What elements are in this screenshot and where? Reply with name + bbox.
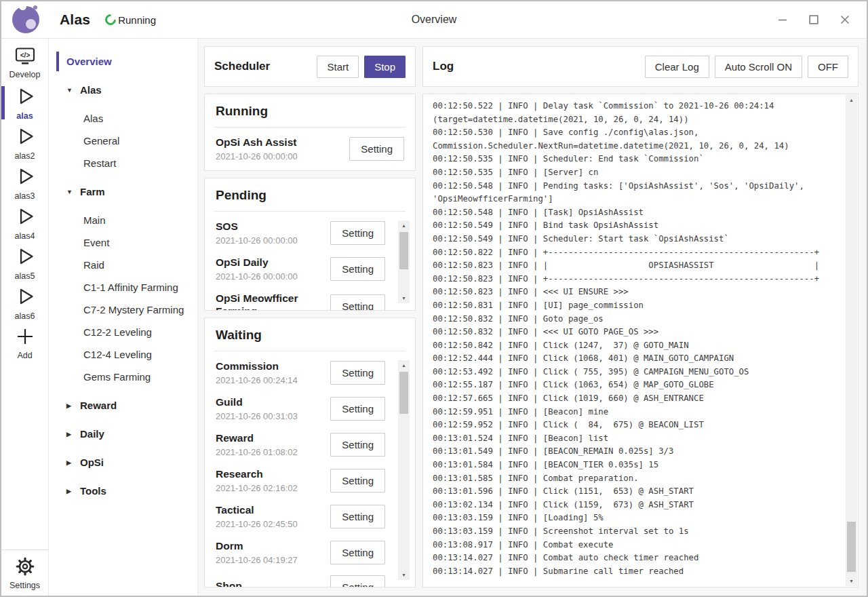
task-next-run-time: 2021-10-26 00:24:14 [216,375,298,385]
nav-group-label: Daily [80,428,104,440]
sidebar-item-alas6[interactable]: alas6 [1,283,48,323]
sidebar-item-settings[interactable]: Settings [1,550,48,596]
nav-item-c12-4-leveling[interactable]: C12-4 Leveling [83,344,197,365]
task-setting-button[interactable]: Setting [330,433,385,457]
scrollbar-thumb[interactable] [399,232,408,269]
gear-icon [15,556,35,579]
play-icon [14,85,36,110]
caret-icon: ▼ [66,189,73,195]
task-info: Dorm 2021-10-26 04:19:27 [216,539,298,565]
task-setting-button[interactable]: Setting [330,469,385,493]
scroll-down-icon[interactable]: ▼ [846,576,857,586]
nav-group-label: Tools [80,485,106,497]
stop-button[interactable]: Stop [364,56,406,78]
task-setting-button[interactable]: Setting [330,541,385,564]
sidebar-item-alas4[interactable]: alas4 [1,203,48,243]
nav-item-c12-2-leveling[interactable]: C12-2 Leveling [83,322,197,343]
sidebar-item-label: alas [16,111,33,121]
task-setting-button[interactable]: Setting [330,294,385,311]
nav-menu: Overview ▼ Alas Alas General Restart ▼ F… [49,39,198,596]
caret-icon: ▼ [66,87,73,94]
settings-label: Settings [9,581,40,590]
scrollbar-thumb[interactable] [847,522,856,572]
waiting-card: Waiting Commission 2021-10-26 00:24:14 S… [204,317,416,588]
close-icon[interactable] [840,14,850,25]
window-controls [777,14,856,25]
task-next-run-time: 2021-10-26 02:16:02 [216,483,298,493]
start-button[interactable]: Start [317,56,359,78]
nav-item-alas[interactable]: Alas [83,108,197,129]
task-next-run-time: 2021-10-26 00:00:00 [216,151,298,161]
nav-group-farm[interactable]: ▼ Farm [66,181,197,202]
sidebar-item-label: alas4 [15,231,35,241]
sidebar-item-alas3[interactable]: alas3 [1,163,48,203]
task-setting-button[interactable]: Setting [330,221,385,245]
scrollbar-thumb[interactable] [399,372,408,414]
nav-item-general[interactable]: General [83,130,197,151]
task-setting-button[interactable]: Setting [330,397,385,421]
task-next-run-time: 2021-10-26 00:00:00 [216,235,298,246]
task-setting-button[interactable]: Setting [330,257,385,281]
task-row: Guild 2021-10-26 00:31:03 Setting [214,390,387,426]
caret-icon: ▶ [66,459,73,466]
task-setting-button[interactable]: Setting [330,361,385,385]
scroll-up-icon[interactable]: ▲ [846,95,857,105]
scroll-down-icon[interactable]: ▼ [398,570,410,580]
sidebar-item-add[interactable]: Add [1,323,48,363]
maximize-icon[interactable] [808,14,819,25]
sidebar-item-develop[interactable]: </> Develop [1,43,48,83]
alas-logo-icon [12,6,39,33]
nav-item-gems-farming[interactable]: Gems Farming [83,366,197,387]
clear-log-button[interactable]: Clear Log [645,56,709,78]
main-area: </> Develop alas alas2 alas3 [1,39,867,596]
sidebar-item-label: Add [17,351,32,360]
nav-item-raid[interactable]: Raid [83,254,197,275]
nav-item-restart[interactable]: Restart [83,153,197,174]
nav-item-c7-2-mystery-farming[interactable]: C7-2 Mystery Farming [83,299,197,320]
pending-task-list: SOS 2021-10-26 00:00:00 Setting OpSi Dai… [214,212,406,311]
play-icon [14,206,36,230]
task-setting-button[interactable]: Setting [330,575,385,588]
task-name: OpSi Meowfficer Farming [216,292,330,311]
log-scrollbar[interactable]: ▲ ▼ [846,95,857,586]
auto-scroll-on-button[interactable]: Auto Scroll ON [715,56,802,78]
pending-scrollbar[interactable]: ▲ ▼ [398,220,410,303]
nav-group-label: Reward [80,400,117,411]
waiting-scrollbar[interactable]: ▲ ▼ [398,360,410,580]
waiting-title: Waiting [214,326,406,351]
scroll-up-icon[interactable]: ▲ [398,360,410,370]
task-setting-button[interactable]: Setting [349,137,404,161]
nav-group-tools[interactable]: ▶ Tools [66,480,197,501]
nav-group-reward[interactable]: ▶ Reward [66,395,197,416]
log-output[interactable]: 00:12:50.522 | INFO | Delay task `Commis… [433,100,840,578]
nav-item-main[interactable]: Main [83,210,197,231]
nav-group-opsi[interactable]: ▶ OpSi [66,452,197,473]
dashboard-column: Scheduler Start Stop Running OpSi Ash As… [204,46,416,588]
code-monitor-icon: </> [14,47,36,69]
nav-item-c1-1-affinity-farming[interactable]: C1-1 Affinity Farming [83,277,197,298]
auto-scroll-off-button[interactable]: OFF [808,56,848,78]
log-column: Log Clear Log Auto Scroll ON OFF 00:12:5… [422,46,859,588]
nav-item-event[interactable]: Event [83,232,197,253]
sidebar-item-alas[interactable]: alas [1,83,48,123]
scheduler-status: Running [105,14,156,26]
page-title: Overview [412,14,457,26]
sidebar-item-alas5[interactable]: alas5 [1,243,48,283]
content-area: Scheduler Start Stop Running OpSi Ash As… [198,39,867,596]
sidebar-item-alas2[interactable]: alas2 [1,123,48,163]
log-title: Log [433,60,454,73]
task-next-run-time: 2021-10-26 02:45:50 [216,519,298,529]
play-icon [14,246,36,270]
scroll-down-icon[interactable]: ▼ [398,293,410,303]
task-info: Tactical 2021-10-26 02:45:50 [216,503,298,529]
nav-group-daily[interactable]: ▶ Daily [66,423,197,444]
running-spinner-icon [103,12,119,28]
minimize-icon[interactable] [777,14,788,25]
scroll-up-icon[interactable]: ▲ [398,220,410,231]
svg-text:</>: </> [20,52,30,59]
task-setting-button[interactable]: Setting [330,505,385,528]
task-name: SOS [216,220,298,233]
nav-item-overview[interactable]: Overview [66,51,197,72]
sidebar-item-label: alas6 [15,311,35,321]
nav-group-alas[interactable]: ▼ Alas [66,79,197,100]
